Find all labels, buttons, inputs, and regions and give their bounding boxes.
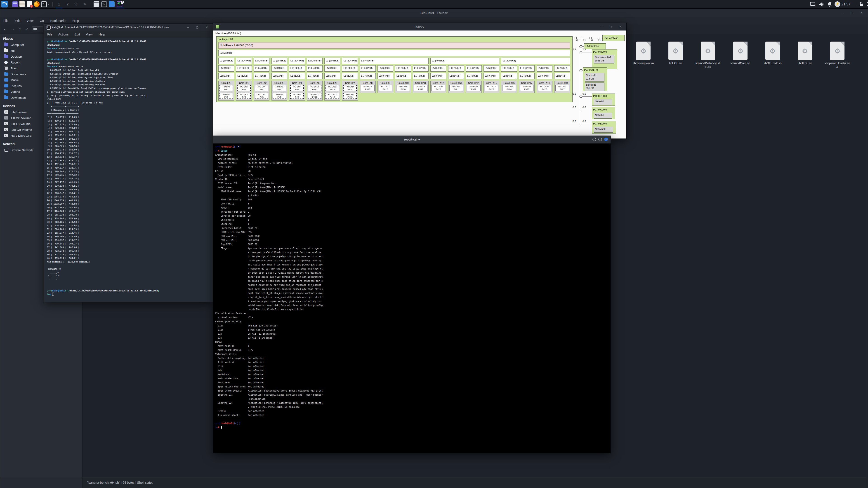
lstopo-window-buttons[interactable]: ─ ▢ ✕ (600, 23, 625, 31)
file-item[interactable]: ⚙libdxcompiler.so (629, 41, 658, 65)
folder-icon (4, 72, 8, 76)
file-item[interactable]: ⚙libHLSL.so (790, 41, 819, 65)
task-terminal-icon[interactable]: >_ (101, 1, 107, 7)
l1i-cache-box: L1i (64KB) (430, 73, 446, 79)
drive-icon (4, 128, 8, 131)
lstopo-titlebar[interactable]: lstopo ─ ▢ ✕ (213, 23, 626, 31)
file-item[interactable]: ⚙libfmodGain.so (725, 41, 755, 65)
forward-icon[interactable]: → (10, 26, 16, 32)
terminal-icon[interactable]: $_ (41, 1, 47, 7)
l1d-cache-box: L1d (48KB) (272, 65, 287, 72)
gear-icon: ⚙ (765, 47, 780, 55)
sidebar-item-label: Browse Network (11, 149, 33, 152)
gear-icon: ⚙ (636, 47, 651, 55)
terminal-line: 17 | 819.236 | 497.32 | (47, 173, 213, 177)
l1i-label: L1i (64KB) (414, 74, 425, 77)
lstopo-content: Machine (63GB total)Package L#0NUMANode … (213, 31, 626, 138)
trash-icon (5, 67, 8, 70)
file-item[interactable]: ⚙libGLESv2.so (758, 41, 787, 65)
l1i-cache-box: L1i (32KB) (272, 73, 287, 79)
terminal-line: ht tm pbe syscall nx pdpe1gb rdtscp lm c… (215, 255, 611, 259)
screen-share-icon[interactable]: ✕ (810, 2, 815, 6)
l1i-cache-box: L1i (64KB) (448, 73, 464, 79)
terminal-line: ┌──(kali㉿kali)-[/media/…/7A120BB0120B710… (47, 58, 213, 61)
qterminal-titlebar[interactable]: kali@kali: /media/kali/7A120BB0120B7105/… (44, 24, 213, 31)
close-button[interactable]: ✕ (604, 138, 608, 141)
core-box: Core L#18PU L#26P#26 (537, 80, 553, 93)
core-box: Core L#4PU L#8P#8PU L#9P#9 (289, 80, 305, 101)
sidebar-item-label: Music (11, 78, 19, 82)
l1d-label: L1d (48KB) (255, 67, 267, 69)
core-box: Core L#10PU L#18P#18 (395, 80, 411, 93)
logout-icon[interactable] (866, 1, 868, 7)
task-window-icon[interactable] (94, 1, 99, 7)
volume-icon[interactable] (818, 1, 824, 7)
chevron-down-icon[interactable]: ∨ (48, 3, 50, 6)
pu-box: PU L#2P#2 (237, 85, 251, 91)
core-label: Core L#17 (519, 82, 534, 84)
window-manager-icon[interactable] (12, 1, 18, 7)
qterminal-window-buttons[interactable]: ─ ▢ ✕ (187, 24, 211, 31)
pci-connector (580, 123, 582, 125)
drive gray-icon (4, 116, 8, 120)
file-manager-icon[interactable] (20, 1, 25, 7)
terminal-line: `────' (47, 278, 213, 282)
terminal-line: Thread(s) per core: 2 (215, 210, 611, 214)
thunar-titlebar[interactable]: BinLinux - Thunar ─ ▢ ✕ (0, 8, 868, 17)
thunar-menu-edit[interactable]: Edit (12, 17, 24, 24)
core-box: Core L#0PU L#0P#0PU L#1P#1 (218, 80, 234, 101)
minimize-button[interactable] (592, 138, 596, 141)
file-item[interactable]: ⚙libopenxr_loader.so.1 (823, 41, 852, 69)
firefox-icon[interactable] (34, 1, 39, 7)
pu-box: PU L#0P#0 (219, 85, 233, 91)
file-item[interactable]: ⚙libfmodDistanceFilter.so (693, 41, 723, 69)
home-icon[interactable]: ⌂ (24, 26, 30, 32)
terminal-line: /BinLinux] (47, 43, 213, 47)
terminal-line: ┌──(root㉿kali)-[~] (215, 421, 611, 425)
qterminal-menu-file[interactable]: File (44, 31, 55, 38)
qterminal-menu-edit[interactable]: Edit (71, 31, 83, 38)
l1i-label: L1i (32KB) (343, 74, 354, 77)
file-item[interactable]: ⚙libEGL.so (661, 41, 690, 65)
core-box: Core L#1PU L#2P#2PU L#3P#3 (236, 80, 252, 101)
workspace-1[interactable]: 1 (55, 0, 63, 8)
text-editor-icon[interactable]: ✎ (27, 1, 32, 7)
maximize-button[interactable] (598, 138, 602, 141)
notifications-icon[interactable] (827, 1, 833, 7)
back-icon[interactable]: ← (2, 26, 8, 32)
l1d-label: L1d (32KB) (361, 67, 373, 69)
pci-connector (597, 37, 599, 39)
up-icon[interactable]: ↑ (17, 26, 23, 32)
kali-menu-button[interactable] (1, 1, 8, 7)
workspace-4[interactable]: 4 (81, 0, 89, 8)
xterm-content[interactable]: ┌──(root㉿kali)-[~]└─# lscpuArchitecture:… (213, 143, 611, 453)
l1i-label: L1i (64KB) (538, 74, 549, 77)
power-manager-icon[interactable]: ⚡ (835, 1, 840, 7)
thunar-window-buttons[interactable]: ─ ▢ ✕ (841, 8, 866, 17)
workspace-2[interactable]: 2 (64, 0, 71, 8)
xterm-titlebar[interactable]: root@kali ~ ✕ (213, 136, 611, 143)
thunar-menu-file[interactable]: File (0, 17, 12, 24)
qterminal-menu-actions[interactable]: Actions (55, 31, 72, 38)
breadcrumb-button[interactable] (32, 26, 43, 32)
qterminal-menu-help[interactable]: Help (96, 31, 108, 38)
l1i-cache-box: L1i (64KB) (519, 73, 535, 79)
terminal-line: 19 | 887.277 | 481.93 | (47, 181, 213, 184)
workspace-3[interactable]: 3 (72, 0, 80, 8)
pu-box: PU L#25P#25 (520, 85, 533, 91)
terminal-line: └─$ bash banana-bench.x64. (47, 47, 213, 51)
folder-tab (20, 1, 22, 2)
pu-box: PU L#8P#8 (290, 85, 304, 91)
lock-icon[interactable] (859, 1, 864, 7)
l1d-cache-box: L1d (32KB) (395, 65, 411, 72)
qterminal-title: kali@kali: /media/kali/7A120BB0120B7105/… (52, 24, 169, 31)
qterminal-menu-view[interactable]: View (83, 31, 96, 38)
l1d-label: L1d (32KB) (450, 67, 461, 69)
qterminal-content[interactable]: ┌──(kali㉿kali)-[/media/…/7A120BB0120B710… (44, 38, 213, 302)
terminal-line: , RSB filling, PBRSB-eIBRS SW sequence (215, 405, 611, 409)
terminal-line: L1tf: Not affected (215, 364, 611, 368)
l1i-label: L1i (32KB) (237, 74, 248, 77)
thunar-menu-view[interactable]: View (24, 17, 37, 24)
task-files-icon[interactable] (109, 1, 115, 7)
clock[interactable]: 21:57 (841, 0, 850, 8)
